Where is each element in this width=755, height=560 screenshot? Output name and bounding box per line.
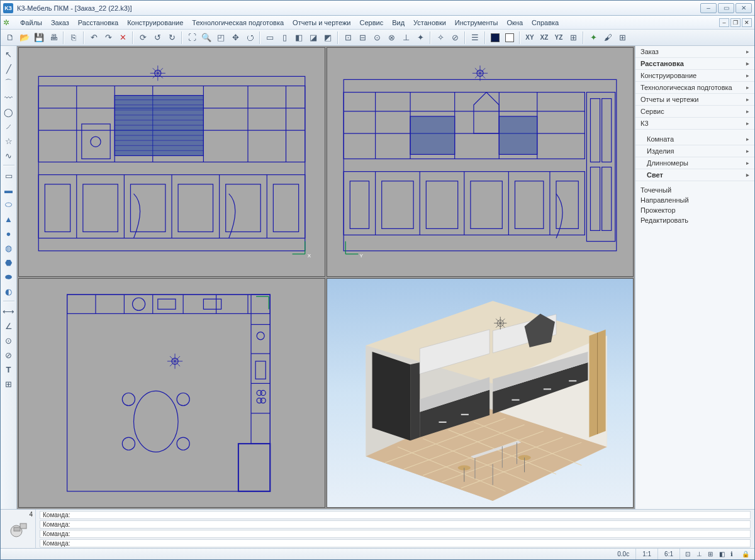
snap-center-icon[interactable]: ⊙	[370, 31, 384, 45]
command-line[interactable]: Команда:	[40, 520, 751, 529]
text-icon[interactable]: T	[2, 362, 16, 376]
status-lock-icon[interactable]: 🔒	[742, 551, 749, 558]
hide-icon[interactable]: ⊘	[448, 31, 462, 45]
panel-item-light[interactable]: Свет▸	[635, 169, 754, 181]
doc-restore-button[interactable]: ❐	[730, 18, 741, 27]
viewport-3d-render[interactable]	[327, 278, 634, 508]
menu-files[interactable]: Файлы	[16, 17, 47, 28]
panel-action-point-light[interactable]: Точечный	[635, 185, 754, 195]
panel-item-placement[interactable]: Расстановка▸	[635, 58, 754, 70]
status-layer-icon[interactable]: ◧	[719, 551, 727, 558]
cone-icon[interactable]: ▲	[2, 212, 16, 226]
circle-icon[interactable]: ◯	[2, 105, 16, 119]
panel-item-service[interactable]: Сервис▸	[635, 106, 754, 118]
status-ortho-icon[interactable]: ⊥	[696, 551, 704, 558]
panel-item-k3[interactable]: К3▸	[635, 118, 754, 130]
menu-construct[interactable]: Конструирование	[123, 17, 187, 28]
panel-action-edit[interactable]: Редактировать	[635, 215, 754, 225]
ellipsoid-icon[interactable]: ⬬	[2, 270, 16, 284]
copy-icon[interactable]: ⎘	[67, 31, 81, 45]
menu-help[interactable]: Справка	[527, 17, 563, 28]
menu-order[interactable]: Заказ	[47, 17, 74, 28]
prism-icon[interactable]: ⬣	[2, 255, 16, 269]
view-side-icon[interactable]: ◧	[292, 31, 306, 45]
rect-icon[interactable]: ▭	[2, 169, 16, 182]
diameter-dim-icon[interactable]: ⊘	[2, 348, 16, 362]
view-front-icon[interactable]: ▯	[277, 31, 291, 45]
zoom-in-icon[interactable]: 🔍	[199, 31, 213, 45]
panel-item-order[interactable]: Заказ▸	[635, 46, 754, 58]
menu-tech[interactable]: Технологическая подготовка	[187, 17, 288, 28]
axis-xz-button[interactable]: XZ	[537, 31, 551, 45]
status-snap-icon[interactable]: ⊡	[685, 551, 693, 558]
axis-xy-button[interactable]: XY	[523, 31, 537, 45]
panel-item-long-items[interactable]: Длинномеры▸	[635, 157, 754, 169]
print-icon[interactable]: 🖶	[47, 31, 60, 45]
cancel-icon[interactable]: ✕	[116, 31, 130, 45]
panel-item-products[interactable]: Изделия▸	[635, 145, 754, 157]
material-icon[interactable]: 🖌	[601, 31, 615, 45]
panel-action-directional-light[interactable]: Направленный	[635, 195, 754, 205]
status-grid-icon[interactable]: ⊞	[708, 551, 715, 558]
coord-icon[interactable]: ⊞	[566, 31, 580, 45]
viewport-top[interactable]	[18, 278, 325, 508]
refresh-icon[interactable]: ⟳	[136, 31, 150, 45]
redo-icon[interactable]: ↷	[101, 31, 115, 45]
pan-icon[interactable]: ✥	[228, 31, 242, 45]
rotate-right-icon[interactable]: ↻	[165, 31, 179, 45]
render-icon[interactable]: ✦	[586, 31, 600, 45]
dimension-icon[interactable]: ⟷	[2, 305, 16, 318]
orbit-icon[interactable]: ⭯	[243, 31, 257, 45]
angle-dim-icon[interactable]: ∠	[2, 319, 16, 333]
menu-settings[interactable]: Установки	[409, 17, 450, 28]
star-icon[interactable]: ☆	[2, 134, 16, 148]
spline-icon[interactable]: ∿	[2, 148, 16, 162]
layers-icon[interactable]: ☰	[468, 31, 482, 45]
minimize-button[interactable]: –	[700, 3, 717, 13]
view-iso-icon[interactable]: ◪	[306, 31, 320, 45]
curve-icon[interactable]: 〰	[2, 91, 16, 104]
rotate-left-icon[interactable]: ↺	[150, 31, 164, 45]
grid-icon[interactable]: ⊞	[2, 377, 16, 391]
menu-reports[interactable]: Отчеты и чертежи	[288, 17, 355, 28]
menu-tools[interactable]: Инструменты	[450, 17, 503, 28]
color-swatch-navy[interactable]	[488, 31, 502, 45]
menu-view[interactable]: Вид	[388, 17, 409, 28]
color-swatch-white[interactable]	[503, 31, 517, 45]
menu-placement[interactable]: Расстановка	[74, 17, 123, 28]
line-icon[interactable]: ╱	[2, 62, 16, 76]
maximize-button[interactable]: ▭	[718, 3, 734, 13]
zoom-extents-icon[interactable]: ⛶	[185, 31, 199, 45]
panel-item-construct[interactable]: Конструирование▸	[635, 70, 754, 82]
snap-perp-icon[interactable]: ⊥	[399, 31, 413, 45]
polyline-icon[interactable]: ⟋	[2, 120, 16, 133]
open-file-icon[interactable]: 📂	[18, 31, 31, 45]
cylinder-icon[interactable]: ⬭	[2, 198, 16, 211]
viewport-front[interactable]: X	[18, 47, 325, 277]
radius-dim-icon[interactable]: ⊙	[2, 333, 16, 347]
zoom-window-icon[interactable]: ◰	[214, 31, 228, 45]
torus-icon[interactable]: ◍	[2, 241, 16, 255]
menu-service[interactable]: Сервис	[355, 17, 388, 28]
command-line[interactable]: Команда:	[40, 539, 751, 547]
view-persp-icon[interactable]: ◩	[321, 31, 335, 45]
doc-close-button[interactable]: ✕	[742, 18, 752, 27]
properties-icon[interactable]: ⊞	[615, 31, 629, 45]
command-line[interactable]: Команда:	[40, 530, 751, 538]
view-top-icon[interactable]: ▭	[263, 31, 277, 45]
box-icon[interactable]: ▬	[2, 183, 16, 197]
viewport-side[interactable]: Y	[327, 47, 634, 277]
panel-item-reports[interactable]: Отчеты и чертежи▸	[635, 94, 754, 106]
axis-yz-button[interactable]: YZ	[552, 31, 566, 45]
snap-node-icon[interactable]: ✦	[413, 31, 427, 45]
panel-item-room[interactable]: Комната▸	[635, 133, 754, 145]
select-icon[interactable]: ↖	[2, 47, 16, 61]
panel-item-tech[interactable]: Технологическая подготовка▸	[635, 82, 754, 94]
arc-icon[interactable]: ⌒	[2, 76, 16, 90]
status-info-icon[interactable]: ℹ	[730, 551, 738, 558]
snap-mid-icon[interactable]: ⊟	[355, 31, 369, 45]
doc-minimize-button[interactable]: –	[719, 18, 729, 27]
close-button[interactable]: ✕	[735, 3, 752, 13]
panel-action-spotlight[interactable]: Прожектор	[635, 205, 754, 215]
snap-end-icon[interactable]: ⊡	[341, 31, 355, 45]
